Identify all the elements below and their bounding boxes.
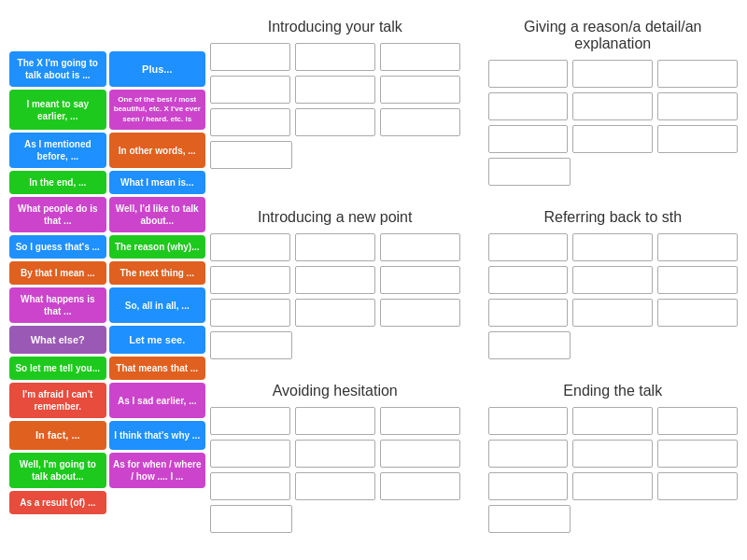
drop-cell[interactable] (295, 76, 375, 104)
drop-cell[interactable] (295, 472, 375, 500)
drop-cell[interactable] (380, 440, 460, 468)
row4 (210, 141, 460, 169)
phrase-btn-19[interactable]: That means that ... (109, 357, 206, 380)
phrase-btn-16[interactable]: What else? (9, 326, 106, 354)
drop-cell[interactable] (572, 233, 653, 261)
phrase-btn-13[interactable]: The next thing ... (109, 261, 206, 285)
drop-cell[interactable] (657, 125, 738, 153)
phrase-btn-14[interactable]: What happens is that ... (9, 287, 106, 323)
drop-cell[interactable] (295, 440, 375, 468)
drop-cell[interactable] (210, 299, 290, 327)
drop-cell[interactable] (488, 331, 571, 359)
drop-cell[interactable] (380, 472, 460, 500)
phrase-btn-20[interactable]: I'm afraid I can't remember. (9, 383, 106, 418)
drop-cell[interactable] (380, 43, 460, 71)
drop-cell[interactable] (295, 299, 375, 327)
drop-cell[interactable] (657, 440, 738, 468)
drop-cell[interactable] (488, 60, 569, 88)
phrase-btn-8[interactable]: What people do is that ... (9, 197, 106, 232)
drop-cell[interactable] (210, 472, 290, 500)
row4 (488, 331, 739, 359)
drop-cell[interactable] (380, 233, 460, 261)
drop-cell[interactable] (657, 299, 738, 327)
drop-cell[interactable] (488, 299, 569, 327)
drop-cell[interactable] (657, 266, 738, 294)
phrase-btn-24[interactable]: Well, I'm going to talk about... (9, 453, 106, 488)
section-ending-talk: Ending the talk (488, 383, 739, 533)
phrase-btn-17[interactable]: Let me see. (109, 326, 206, 354)
phrase-btn-4[interactable]: As I mentioned before, ... (9, 133, 106, 168)
drop-cell[interactable] (572, 440, 653, 468)
drop-cell[interactable] (210, 141, 292, 169)
row4 (210, 505, 460, 533)
drop-cell[interactable] (488, 233, 569, 261)
drop-cell[interactable] (210, 407, 290, 435)
drop-cell[interactable] (295, 407, 375, 435)
drop-cell[interactable] (657, 92, 738, 120)
drop-cell[interactable] (380, 108, 460, 136)
phrase-btn-7[interactable]: What I mean is... (109, 171, 206, 194)
drop-cell[interactable] (572, 472, 653, 500)
phrase-btn-0[interactable]: The X I'm going to talk about is ... (9, 51, 106, 87)
phrase-btn-26[interactable]: As a result (of) ... (9, 491, 106, 514)
row4 (488, 158, 739, 186)
drop-cell[interactable] (488, 266, 569, 294)
drop-cell[interactable] (572, 407, 653, 435)
phrase-btn-23[interactable]: I think that's why ... (109, 421, 206, 449)
row1 (210, 43, 460, 71)
phrase-btn-11[interactable]: The reason (why)... (109, 235, 206, 259)
drop-cell[interactable] (572, 92, 653, 120)
drop-cell[interactable] (488, 158, 571, 186)
drop-cell[interactable] (295, 108, 375, 136)
drop-cell[interactable] (210, 505, 292, 533)
drop-cell[interactable] (572, 125, 653, 153)
drop-cell[interactable] (657, 472, 738, 500)
section-giving-reason: Giving a reason/a detail/an explanation (488, 19, 739, 186)
phrase-btn-21[interactable]: As I sad earlier, ... (109, 383, 206, 418)
drop-cell[interactable] (657, 233, 738, 261)
phrase-btn-2[interactable]: I meant to say earlier, ... (9, 90, 106, 130)
drop-cell[interactable] (210, 43, 290, 71)
drop-cell[interactable] (210, 331, 292, 359)
drop-cell[interactable] (210, 108, 290, 136)
drop-cell[interactable] (488, 407, 569, 435)
drop-cell[interactable] (488, 440, 569, 468)
row1 (210, 233, 460, 261)
row2 (210, 440, 460, 468)
phrase-btn-10[interactable]: So I guess that's ... (9, 235, 106, 259)
drop-cell[interactable] (210, 233, 290, 261)
drop-cell[interactable] (380, 76, 460, 104)
drop-cell[interactable] (488, 472, 569, 500)
drop-cell[interactable] (380, 299, 460, 327)
row2 (210, 266, 460, 294)
phrase-btn-6[interactable]: In the end, ... (9, 171, 106, 194)
drop-cell[interactable] (572, 60, 653, 88)
phrase-btn-15[interactable]: So, all in all, ... (109, 287, 206, 323)
drop-cell[interactable] (295, 266, 375, 294)
phrase-btn-3[interactable]: One of the best / most beautiful, etc. X… (109, 90, 206, 130)
drop-cell[interactable] (488, 505, 571, 533)
drop-cell[interactable] (657, 407, 738, 435)
phrase-btn-1[interactable]: Plus... (109, 51, 206, 87)
drop-cell[interactable] (210, 266, 290, 294)
drop-cell[interactable] (295, 233, 375, 261)
drop-cell[interactable] (295, 43, 375, 71)
drop-cell[interactable] (572, 299, 653, 327)
drop-cell[interactable] (572, 266, 653, 294)
phrase-btn-22[interactable]: In fact, ... (9, 421, 106, 449)
drop-cell[interactable] (380, 266, 460, 294)
phrase-btn-9[interactable]: Well, I'd like to talk about... (109, 197, 206, 232)
drop-cell[interactable] (657, 60, 738, 88)
drop-cell[interactable] (380, 407, 460, 435)
phrase-btn-5[interactable]: In other words, ... (109, 133, 206, 168)
phrase-btn-12[interactable]: By that I mean ... (9, 261, 106, 285)
row3 (488, 125, 739, 153)
drop-cell[interactable] (210, 76, 290, 104)
drop-cell[interactable] (488, 125, 569, 153)
phrase-btn-18[interactable]: So let me tell you... (9, 357, 106, 380)
phrase-btn-25[interactable]: As for when / where / how .... I ... (109, 453, 206, 488)
drop-cell[interactable] (210, 440, 290, 468)
section-new-point: Introducing a new point (210, 209, 460, 359)
drop-cell[interactable] (488, 92, 569, 120)
row4 (210, 331, 460, 359)
